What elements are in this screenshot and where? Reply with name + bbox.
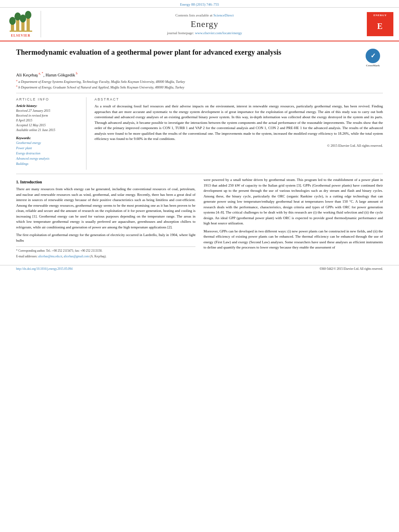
homepage-line: journal homepage: www.elsevier.com/locat… [167, 31, 242, 35]
abstract-text: As a result of decreasing fossil fuel re… [95, 104, 383, 142]
contents-available: Contents lists available at ScienceDirec… [175, 13, 234, 17]
authors-line: Ali Keçebaş a, *, Harun Gökgedik b [16, 72, 383, 77]
header-section: ELSEVIER Contents lists available at Sci… [0, 8, 399, 41]
keyword-5: Buildings [16, 162, 81, 167]
author-1-name: Ali Keçebaş [16, 72, 38, 77]
corresponding-footnote: * Corresponding author. Tel.: +90 252 21… [16, 249, 195, 253]
body-para-right-1: were powered by a small turbine driven b… [204, 177, 383, 226]
author-1-sup: a, * [38, 72, 43, 75]
author-2-sup: b [75, 72, 78, 75]
keyword-4: Advanced exergy analysis [16, 156, 81, 162]
issn-text: 0360-5442/© 2015 Elsevier Ltd. All right… [320, 267, 383, 271]
body-para-right-2: Moreover, GPPs can be developed in two d… [204, 229, 383, 251]
email-author: (A. Keçebaş). [90, 255, 106, 258]
crossmark-icon: ✓ [366, 49, 380, 63]
author-2-name: Harun Gökgedik [45, 72, 75, 77]
section-1-heading: 1. Introduction [16, 179, 195, 185]
energy-logo-box: ENERGY E [367, 12, 393, 36]
email-link[interactable]: alicebas@mu.edu.tr [38, 255, 62, 258]
svg-rect-8 [10, 31, 32, 32]
article-info-col: ARTICLE INFO Article history: Received 2… [16, 97, 86, 170]
history-revised: Received in revised form [16, 113, 81, 118]
keywords-block: Keywords: Geothermal energy Power plant … [16, 136, 81, 166]
emails-label: E-mail addresses: [16, 255, 37, 258]
affiliations: a a Department of Energy Systems Enginee… [16, 79, 383, 89]
energy-logo-right: ENERGY E [366, 11, 394, 37]
article-content: Thermodynamic evaluation of a geothermal… [0, 41, 399, 263]
article-title-text: Thermodynamic evaluation of a geothermal… [16, 48, 360, 57]
email-footnote: E-mail addresses: alicebas@mu.edu.tr, al… [16, 254, 195, 259]
header-center: Contents lists available at ScienceDirec… [47, 11, 362, 37]
homepage-url[interactable]: www.elsevier.com/locate/energy [195, 31, 242, 35]
journal-citation: Energy 88 (2015) 746–755 [180, 2, 219, 6]
svg-point-7 [25, 11, 31, 19]
abstract-label: ABSTRACT [95, 97, 383, 101]
journal-title: Energy [191, 19, 218, 29]
svg-text:E: E [377, 22, 383, 31]
elsevier-label: ELSEVIER [11, 34, 30, 37]
body-col-right: were powered by a small turbine driven b… [204, 177, 383, 259]
article-history-block: Article history: Received 27 January 201… [16, 104, 81, 133]
body-para-2: The first exploitation of geothermal ene… [16, 232, 195, 243]
svg-rect-1 [16, 19, 19, 31]
elsevier-logo: ELSEVIER [5, 11, 41, 37]
article-title-section: Thermodynamic evaluation of a geothermal… [16, 48, 383, 68]
footnotes: * Corresponding author. Tel.: +90 252 21… [16, 246, 195, 259]
sciencedirect-link[interactable]: ScienceDirect [214, 13, 234, 17]
abstract-col: ABSTRACT As a result of decreasing fossi… [95, 97, 383, 170]
svg-point-4 [9, 17, 16, 25]
history-revised-date: 8 April 2015 [16, 118, 81, 123]
body-para-1: There are many resources from which ener… [16, 187, 195, 230]
keyword-2: Power plant [16, 146, 81, 151]
keywords-heading: Keywords: [16, 136, 81, 140]
email-link-2[interactable]: alicebas@gmail.com [64, 255, 89, 258]
energy-logo-icon: E [370, 18, 390, 34]
svg-rect-3 [27, 17, 30, 31]
history-accepted: Accepted 12 May 2015 [16, 123, 81, 128]
history-received: Received 27 January 2015 [16, 109, 81, 113]
affil-2: b b Department of Energy, Graduate Schoo… [16, 84, 383, 89]
body-col-left: 1. Introduction There are many resources… [16, 177, 195, 259]
keyword-3: Exergy destruction [16, 151, 81, 156]
elsevier-tree-icon [9, 11, 33, 33]
affil-1: a a Department of Energy Systems Enginee… [16, 79, 383, 84]
bottom-bar: http://dx.doi.org/10.1016/j.energy.2015.… [0, 265, 399, 272]
crossmark-section: ✓ CrossMark [363, 48, 383, 68]
history-heading: Article history: [16, 104, 81, 108]
copyright-line: © 2015 Elsevier Ltd. All rights reserved… [95, 144, 383, 148]
journal-bar: Energy 88 (2015) 746–755 [0, 0, 399, 8]
doi-link[interactable]: http://dx.doi.org/10.1016/j.energy.2015.… [16, 267, 72, 271]
info-abstract-section: ARTICLE INFO Article history: Received 2… [16, 93, 383, 170]
crossmark-label: CrossMark [366, 64, 380, 68]
history-available: Available online 21 June 2015 [16, 128, 81, 133]
article-info-label: ARTICLE INFO [16, 97, 81, 101]
page: Energy 88 (2015) 746–755 ELSEVIER [0, 0, 399, 532]
body-section: 1. Introduction There are many resources… [16, 174, 383, 259]
keyword-1: Geothermal energy [16, 141, 81, 146]
